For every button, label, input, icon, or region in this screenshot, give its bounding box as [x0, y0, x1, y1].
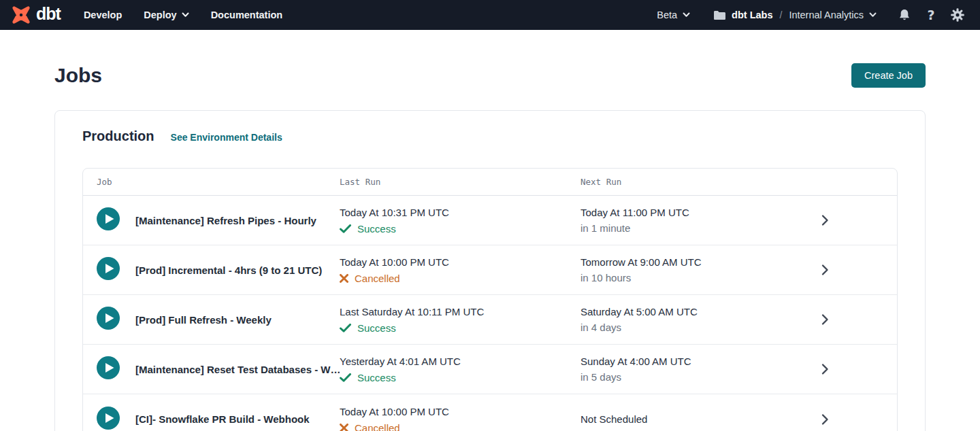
chevron-right-icon[interactable] [821, 214, 829, 226]
next-run-time: Not Scheduled [581, 412, 819, 426]
environment-card: Production See Environment Details Job L… [54, 110, 926, 431]
run-now-button[interactable] [97, 207, 120, 230]
next-run-time: Today At 11:00 PM UTC [581, 205, 819, 220]
chevron-right-icon[interactable] [821, 363, 829, 375]
settings-button[interactable] [950, 7, 965, 22]
status-label: Cancelled [355, 272, 400, 285]
notifications-button[interactable] [897, 7, 912, 22]
next-run-cell: Sunday At 4:00 AM UTC in 5 days [581, 354, 819, 384]
nav-links: Develop Deploy Documentation [84, 10, 282, 20]
dbt-logo-icon [11, 5, 31, 25]
environment-title: Production [82, 127, 154, 145]
next-run-cell: Not Scheduled [581, 412, 819, 426]
help-icon: ? [927, 7, 934, 22]
play-icon [97, 407, 120, 430]
play-cell [97, 207, 135, 233]
jobs-table: Job Last Run Next Run [Maintenance] Refr… [82, 168, 898, 431]
next-run-cell: Saturday At 5:00 AM UTC in 4 days [581, 305, 819, 334]
run-status: Cancelled [340, 272, 581, 285]
chevron-down-icon [683, 12, 690, 18]
status-label: Cancelled [355, 421, 400, 431]
account-name: dbt Labs [732, 10, 772, 20]
job-name: [Prod] Incremental - 4hrs (9 to 21 UTC) [135, 264, 340, 276]
nav-item-label: Deploy [144, 10, 176, 20]
chevron-right-icon[interactable] [821, 413, 829, 426]
nav-right: Beta dbt Labs / Internal Analytics [657, 7, 965, 22]
jobs-table-body: [Maintenance] Refresh Pipes - Hourly Tod… [83, 196, 897, 431]
nav-item-develop[interactable]: Develop [84, 10, 122, 20]
status-label: Success [357, 371, 396, 384]
gear-icon [951, 8, 964, 22]
run-now-button[interactable] [97, 257, 120, 280]
folder-icon [713, 10, 726, 20]
x-icon [340, 424, 348, 431]
nav-icon-buttons: ? [897, 7, 965, 22]
x-icon [340, 274, 348, 283]
create-job-button[interactable]: Create Job [851, 63, 926, 88]
row-chevron-cell [819, 264, 883, 276]
play-icon [97, 257, 120, 280]
next-run-relative: in 4 days [581, 320, 819, 334]
last-run-time: Today At 10:00 PM UTC [340, 255, 581, 269]
top-navbar: dbt Develop Deploy Documentation Beta [0, 0, 980, 30]
row-chevron-cell [819, 214, 883, 226]
last-run-time: Last Saturday At 10:11 PM UTC [340, 305, 581, 319]
next-run-relative: in 10 hours [581, 271, 819, 285]
row-chevron-cell [819, 313, 883, 326]
job-name: [CI]- Snowflake PR Build - Webhook [135, 413, 340, 425]
play-cell [97, 407, 135, 431]
table-row[interactable]: [Maintenance] Reset Test Databases - W… … [83, 345, 897, 394]
run-status: Success [340, 371, 581, 384]
nav-item-label: Develop [84, 10, 122, 20]
play-cell [97, 356, 135, 382]
beta-dropdown[interactable]: Beta [657, 10, 690, 20]
last-run-cell: Today At 10:00 PM UTC Cancelled [340, 404, 581, 431]
next-run-time: Tomorrow At 9:00 AM UTC [581, 255, 819, 269]
nav-item-label: Documentation [211, 10, 283, 20]
chevron-right-icon[interactable] [821, 264, 829, 276]
last-run-cell: Last Saturday At 10:11 PM UTC Success [340, 305, 581, 334]
nav-item-documentation[interactable]: Documentation [211, 10, 283, 20]
dbt-logo[interactable]: dbt [11, 5, 61, 25]
run-now-button[interactable] [97, 356, 120, 379]
column-header-next-run: Next Run [581, 177, 819, 187]
nav-item-deploy[interactable]: Deploy [144, 10, 189, 20]
table-row[interactable]: [CI]- Snowflake PR Build - Webhook Today… [83, 394, 897, 431]
column-header-last-run: Last Run [340, 177, 581, 187]
table-row[interactable]: [Prod] Incremental - 4hrs (9 to 21 UTC) … [83, 245, 897, 295]
last-run-cell: Yesterday At 4:01 AM UTC Success [340, 354, 581, 384]
bell-icon [898, 9, 911, 22]
next-run-time: Saturday At 5:00 AM UTC [581, 305, 819, 319]
account-project-switcher[interactable]: dbt Labs / Internal Analytics [713, 10, 877, 20]
run-status: Success [340, 222, 581, 235]
chevron-right-icon[interactable] [821, 313, 829, 326]
main-content: Jobs Create Job Production See Environme… [0, 63, 980, 431]
table-row[interactable]: [Prod] Full Refresh - Weekly Last Saturd… [83, 295, 897, 345]
last-run-time: Today At 10:31 PM UTC [340, 205, 581, 220]
next-run-cell: Tomorrow At 9:00 AM UTC in 10 hours [581, 255, 819, 285]
see-environment-details-link[interactable]: See Environment Details [171, 132, 282, 143]
environment-header: Production See Environment Details [82, 127, 898, 145]
play-cell [97, 307, 135, 332]
last-run-time: Today At 10:00 PM UTC [340, 404, 581, 419]
run-now-button[interactable] [97, 307, 120, 330]
run-status: Cancelled [340, 421, 581, 431]
job-name: [Maintenance] Refresh Pipes - Hourly [135, 215, 340, 226]
play-icon [97, 307, 120, 330]
project-name: Internal Analytics [789, 10, 864, 20]
row-chevron-cell [819, 413, 883, 426]
last-run-time: Yesterday At 4:01 AM UTC [340, 354, 581, 368]
beta-label: Beta [657, 10, 677, 20]
run-status: Success [340, 322, 581, 334]
column-header-job: Job [97, 177, 340, 187]
next-run-cell: Today At 11:00 PM UTC in 1 minute [581, 205, 819, 235]
check-icon [340, 224, 351, 233]
page-title: Jobs [54, 63, 102, 88]
check-icon [340, 373, 351, 382]
help-button[interactable]: ? [924, 7, 938, 22]
play-icon [97, 356, 120, 379]
run-now-button[interactable] [97, 407, 120, 430]
table-row[interactable]: [Maintenance] Refresh Pipes - Hourly Tod… [83, 196, 897, 245]
last-run-cell: Today At 10:00 PM UTC Cancelled [340, 255, 581, 285]
breadcrumb-separator: / [779, 10, 782, 20]
